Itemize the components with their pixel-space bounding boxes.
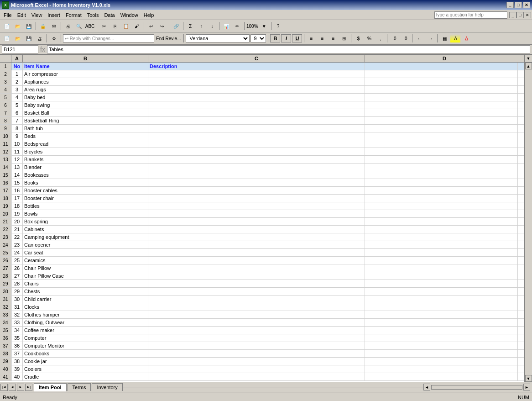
cell-no[interactable]: 28: [11, 280, 23, 287]
new-button[interactable]: 📄: [2, 21, 12, 31]
cell-desc[interactable]: [148, 78, 365, 85]
cell-no[interactable]: 5: [11, 101, 23, 109]
tab-first-button[interactable]: |◄: [0, 384, 8, 391]
email-button[interactable]: ✉: [49, 21, 59, 31]
cell-desc[interactable]: [148, 264, 365, 272]
cell-item[interactable]: Clothing, Outwear: [23, 319, 148, 326]
col-header-d[interactable]: D: [365, 55, 524, 62]
cell-desc[interactable]: [148, 319, 365, 326]
cell-item[interactable]: Clocks: [23, 303, 148, 311]
decrease-decimal-button[interactable]: .0: [400, 34, 410, 43]
cell-no[interactable]: 33: [11, 319, 23, 326]
scroll-down-button[interactable]: ▼: [525, 375, 532, 382]
cell-d[interactable]: [365, 373, 518, 380]
cell-no[interactable]: 25: [11, 257, 23, 264]
cell-desc[interactable]: [148, 218, 365, 225]
cell-desc[interactable]: [148, 86, 365, 93]
cell-d[interactable]: [365, 334, 518, 342]
cell-d[interactable]: [365, 171, 518, 179]
cell-no[interactable]: 38: [11, 358, 23, 365]
cell-d[interactable]: [365, 101, 518, 109]
menu-format[interactable]: Format: [63, 11, 84, 19]
cell-reference-input[interactable]: [2, 45, 38, 53]
col-header-b[interactable]: B: [23, 55, 148, 62]
cell-desc[interactable]: [148, 101, 365, 109]
cell-desc[interactable]: [148, 164, 365, 171]
paste-button[interactable]: 📋: [121, 21, 131, 31]
cell-d[interactable]: [365, 241, 518, 248]
menu-file[interactable]: File: [1, 11, 15, 19]
cell-item[interactable]: Baby swing: [23, 101, 148, 109]
tab-item-pool[interactable]: Item Pool: [34, 383, 67, 391]
cell-no[interactable]: 1: [11, 70, 23, 78]
cell-item[interactable]: Chests: [23, 288, 148, 295]
cell-d[interactable]: [365, 226, 518, 233]
cell-no[interactable]: 24: [11, 249, 23, 256]
cell-d[interactable]: [365, 272, 518, 280]
cell-no[interactable]: 18: [11, 202, 23, 210]
cell-desc[interactable]: [148, 179, 365, 186]
cell-item[interactable]: Bedspread: [23, 140, 148, 148]
cell-desc[interactable]: [148, 295, 365, 303]
menu-data[interactable]: Data: [101, 11, 117, 19]
cell-d[interactable]: [365, 117, 518, 124]
cell-d[interactable]: [365, 202, 518, 210]
tb2-macro[interactable]: ⚙: [49, 34, 59, 43]
cell-d[interactable]: [365, 218, 518, 225]
menu-help[interactable]: Help: [141, 11, 157, 19]
header-item-name[interactable]: Item Name: [23, 63, 148, 70]
cell-d[interactable]: [365, 249, 518, 256]
menu-edit[interactable]: Edit: [15, 11, 29, 19]
cell-d[interactable]: [365, 125, 518, 132]
tb2-btn2[interactable]: 📂: [13, 34, 23, 43]
cell-item[interactable]: Cabinets: [23, 226, 148, 233]
cell-d[interactable]: [365, 303, 518, 311]
cell-item[interactable]: Chair Pillow: [23, 264, 148, 272]
align-center-button[interactable]: ≡: [317, 34, 327, 43]
cell-desc[interactable]: [148, 334, 365, 342]
zoom-dropdown[interactable]: ▼: [259, 21, 269, 31]
cell-desc[interactable]: [148, 280, 365, 287]
cell-no[interactable]: 2: [11, 78, 23, 85]
cell-d[interactable]: [365, 295, 518, 303]
cell-d[interactable]: [365, 78, 518, 85]
cell-no[interactable]: 8: [11, 125, 23, 132]
cell-d[interactable]: [365, 195, 518, 202]
cell-desc[interactable]: [148, 140, 365, 148]
cell-item[interactable]: Booster cables: [23, 187, 148, 194]
print-button[interactable]: 🖨: [63, 21, 73, 31]
scroll-up-button[interactable]: ▲: [525, 63, 532, 69]
cell-no[interactable]: 29: [11, 288, 23, 295]
cell-no[interactable]: 34: [11, 327, 23, 334]
app-minimize-button[interactable]: _: [509, 12, 516, 18]
cell-item[interactable]: Cradle: [23, 373, 148, 380]
cell-item[interactable]: Basket Ball: [23, 109, 148, 116]
tb2-btn1[interactable]: 📄: [2, 34, 12, 43]
italic-button[interactable]: I: [281, 34, 291, 42]
cell-no[interactable]: 27: [11, 272, 23, 280]
col-header-a[interactable]: A: [11, 55, 23, 62]
align-left-button[interactable]: ≡: [306, 34, 316, 43]
tb2-btn3[interactable]: 💾: [24, 34, 34, 43]
cell-d[interactable]: [365, 350, 518, 357]
cell-desc[interactable]: [148, 288, 365, 295]
cell-no[interactable]: 12: [11, 156, 23, 163]
decrease-indent-button[interactable]: ←: [414, 34, 424, 43]
menu-insert[interactable]: Insert: [45, 11, 63, 19]
cell-desc[interactable]: [148, 94, 365, 101]
cell-d[interactable]: [365, 257, 518, 264]
bold-button[interactable]: B: [270, 34, 280, 42]
autosum-button[interactable]: Σ: [185, 21, 195, 31]
cell-item[interactable]: Bottles: [23, 202, 148, 210]
cell-item[interactable]: Car seat: [23, 249, 148, 256]
hyperlink-button[interactable]: 🔗: [171, 21, 181, 31]
cell-item[interactable]: Books: [23, 179, 148, 186]
cell-d[interactable]: [365, 179, 518, 186]
col-header-c[interactable]: C: [148, 55, 365, 62]
tab-prev-button[interactable]: ◄: [9, 384, 16, 391]
cell-no[interactable]: 19: [11, 210, 23, 217]
font-size-selector[interactable]: 9: [250, 34, 266, 42]
cell-desc[interactable]: [148, 365, 365, 373]
cell-desc[interactable]: [148, 311, 365, 318]
cell-d[interactable]: [365, 210, 518, 217]
